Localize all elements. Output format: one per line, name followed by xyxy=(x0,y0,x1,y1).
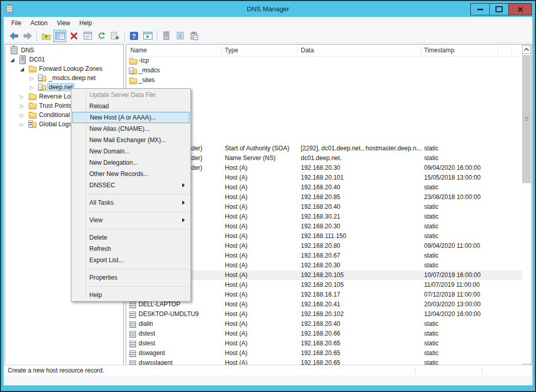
expander-collapsed-icon[interactable]: ▷ xyxy=(30,75,38,81)
logs-icon xyxy=(28,120,37,128)
table-row-desktop-umdltu9[interactable]: DESKTOP-UMDLTU9Host (A)192.168.20.10212/… xyxy=(126,309,522,319)
cell-data: 192.168.20.105 xyxy=(301,270,422,280)
column-header-name[interactable]: Name xyxy=(130,45,147,56)
context-menu-item-view[interactable]: View xyxy=(72,214,189,226)
tree-item-forward-lookup-zones[interactable]: ◢Forward Lookup Zones xyxy=(6,64,123,73)
context-menu-item-new-alias-cname[interactable]: New Alias (CNAME)... xyxy=(72,123,189,134)
cell-name: _sites xyxy=(139,75,226,85)
properties-window-button[interactable] xyxy=(81,30,94,42)
context-menu-item-new-host-a-or-aaaa[interactable]: New Host (A or AAAA)... xyxy=(72,112,189,123)
properties-window-icon xyxy=(84,32,92,40)
context-menu-item-new-domain[interactable]: New Domain... xyxy=(72,146,189,157)
cell-type: Host (A) xyxy=(225,348,299,358)
up-folder-button[interactable] xyxy=(40,30,52,42)
expander-collapsed-icon[interactable]: ▷ xyxy=(20,122,28,127)
context-menu-item-export-list[interactable]: Export List... xyxy=(72,254,189,266)
cell-type xyxy=(225,75,299,85)
menu-action[interactable]: Action xyxy=(26,18,52,28)
table-row-sites[interactable]: _sites xyxy=(126,75,522,85)
help-icon: ? xyxy=(130,32,138,40)
cell-data xyxy=(301,105,422,114)
dns-manager-window: DNS Manager FileActionViewHelp ? DNS◢DC0… xyxy=(0,0,536,392)
tree-item-msdcs-deep-net[interactable]: ▷_msdcs.deep.net xyxy=(6,73,123,83)
cell-timestamp: static xyxy=(424,319,520,329)
table-row-dswagent[interactable]: dswagentHost (A)192.168.20.65static xyxy=(126,348,522,358)
tree-item-dns[interactable]: DNS xyxy=(6,46,123,55)
cell-type xyxy=(225,105,299,114)
title-bar[interactable]: DNS Manager xyxy=(1,1,535,17)
cell-timestamp: static xyxy=(424,348,520,358)
cell-data xyxy=(301,56,422,66)
menu-view[interactable]: View xyxy=(52,18,75,28)
column-header-data[interactable]: Data xyxy=(301,45,314,56)
up-folder-icon xyxy=(42,32,51,40)
expander-collapsed-icon[interactable]: ▷ xyxy=(20,103,28,109)
tree-item-dc01[interactable]: ◢DC01 xyxy=(6,55,123,64)
minimize-button[interactable] xyxy=(470,3,490,15)
table-row-dstest[interactable]: dstestHost (A)192.168.20.65static xyxy=(126,339,522,348)
table-row-tcp[interactable]: -tcp xyxy=(126,56,522,66)
context-menu-item-reload[interactable]: Reload xyxy=(72,101,189,112)
menu-help[interactable]: Help xyxy=(75,18,97,28)
cell-timestamp: 09/04/2020 16:00:00 xyxy=(424,163,520,173)
tree-item-label: Forward Lookup Zones xyxy=(37,65,104,73)
column-header-type[interactable]: Type xyxy=(225,45,238,56)
status-text: Create a new host resource record. xyxy=(8,365,104,376)
expander-expanded-icon[interactable]: ◢ xyxy=(10,57,18,63)
cell-timestamp xyxy=(424,124,520,134)
folder-icon xyxy=(28,65,37,73)
clipboard-button[interactable] xyxy=(187,30,200,42)
context-menu-item-refresh[interactable]: Refresh xyxy=(72,243,189,254)
cell-type: Host (A) xyxy=(225,329,299,339)
toolbar-separator xyxy=(124,30,125,42)
cell-timestamp: 11/07/2019 11:00:00 xyxy=(424,280,520,290)
context-menu-item-all-tasks[interactable]: All Tasks xyxy=(72,197,189,208)
server-button[interactable] xyxy=(160,30,173,42)
context-menu-item-new-delegation[interactable]: New Delegation... xyxy=(72,157,189,168)
help-button[interactable]: ? xyxy=(127,30,140,42)
expander-collapsed-icon[interactable]: ▷ xyxy=(30,85,38,90)
table-row-msdcs[interactable]: _msdcs xyxy=(126,66,522,75)
context-menu-item-properties[interactable]: Properties xyxy=(72,272,189,283)
show-console-tree-button[interactable] xyxy=(53,30,66,42)
menu-file[interactable]: File xyxy=(7,18,26,28)
context-menu-item-update-server-data-file[interactable]: Update Server Data File xyxy=(72,89,189,101)
export-list-button[interactable] xyxy=(109,30,122,42)
toolbar: ? xyxy=(4,29,532,43)
maximize-button[interactable] xyxy=(489,3,509,15)
folder-icon xyxy=(129,57,138,65)
cell-data xyxy=(301,66,422,75)
scroll-up-button[interactable] xyxy=(522,45,531,54)
vertical-scrollbar[interactable] xyxy=(522,45,531,374)
context-menu-item-delete[interactable]: Delete xyxy=(72,232,189,243)
tree-item-label: Trust Points xyxy=(37,102,73,110)
address-list-button[interactable] xyxy=(174,30,186,42)
cell-type: Host (A) xyxy=(225,300,299,309)
context-menu-item-dnssec[interactable]: DNSSEC xyxy=(72,180,189,191)
context-menu-item-new-mail-exchanger-mx[interactable]: New Mail Exchanger (MX)... xyxy=(72,134,189,146)
close-button[interactable] xyxy=(508,3,532,15)
column-header-timestamp[interactable]: Timestamp xyxy=(424,45,454,56)
refresh-button[interactable] xyxy=(95,30,108,42)
submenu-arrow-icon xyxy=(182,218,185,222)
cell-type: Host (A) xyxy=(225,231,299,241)
context-menu-item-other-new-records[interactable]: Other New Records... xyxy=(72,168,189,180)
column-separator[interactable] xyxy=(511,46,512,54)
new-window-button[interactable] xyxy=(141,30,154,42)
column-separator[interactable] xyxy=(297,46,298,54)
scrollbar-thumb[interactable] xyxy=(522,55,531,183)
table-row-dialin[interactable]: dialinHost (A)192.168.20.40static xyxy=(126,319,522,329)
expander-expanded-icon[interactable]: ◢ xyxy=(20,66,28,72)
column-separator[interactable] xyxy=(221,46,222,54)
delete-x-button[interactable] xyxy=(67,30,80,42)
forward-arrow-button[interactable] xyxy=(21,30,34,42)
column-separator[interactable] xyxy=(497,46,498,54)
minimize-icon xyxy=(477,9,483,10)
column-separator[interactable] xyxy=(420,46,421,54)
expander-collapsed-icon[interactable]: ▷ xyxy=(20,112,28,118)
cell-data: 192.168.20.105 xyxy=(301,280,422,290)
expander-collapsed-icon[interactable]: ▷ xyxy=(20,94,28,100)
table-row-dstest[interactable]: dstestHost (A)192.168.20.66static xyxy=(126,329,522,339)
context-menu-item-help[interactable]: Help xyxy=(72,289,189,301)
back-arrow-button[interactable] xyxy=(7,30,20,42)
